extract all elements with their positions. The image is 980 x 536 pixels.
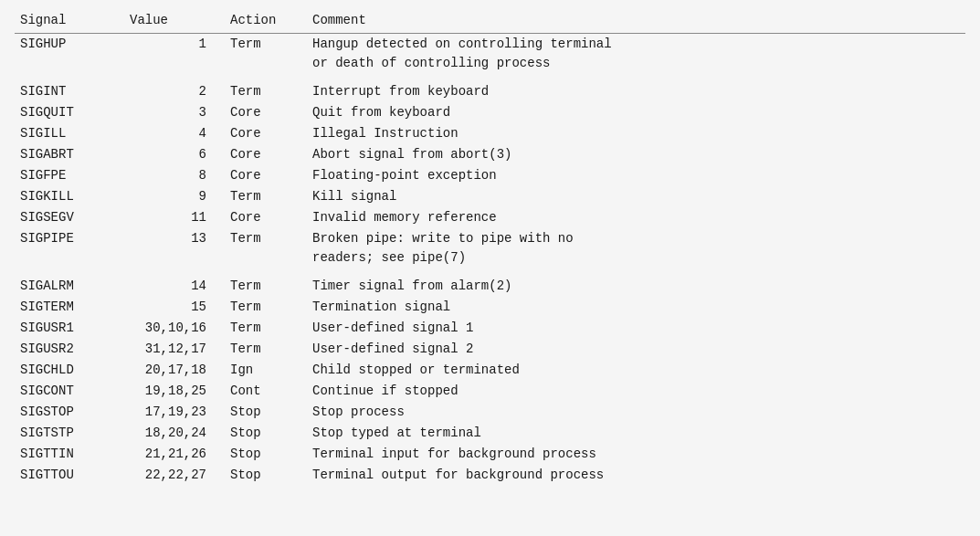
table-row: SIGSEGV 11 Core Invalid memory reference	[15, 207, 965, 228]
comment-cell: Interrupt from keyboard	[307, 81, 965, 102]
signal-cell: SIGSEGV	[15, 207, 124, 228]
signal-cell: SIGSTOP	[15, 402, 124, 423]
action-cell: Core	[225, 207, 307, 228]
table-row: SIGTSTP 18,20,24 Stop Stop typed at term…	[15, 423, 965, 444]
value-cell: 15	[124, 297, 225, 318]
comment-cell: Terminal input for background process	[307, 444, 965, 465]
action-cell: Term	[225, 34, 307, 75]
table-row: SIGHUP 1 Term Hangup detected on control…	[15, 34, 965, 75]
header-signal: Signal	[15, 9, 124, 34]
action-cell: Core	[225, 102, 307, 123]
comment-cell: Termination signal	[307, 297, 965, 318]
value-cell: 13	[124, 228, 225, 268]
signal-cell: SIGCHLD	[15, 360, 124, 381]
table-row: SIGPIPE 13 Term Broken pipe: write to pi…	[15, 228, 965, 268]
signal-cell: SIGILL	[15, 123, 124, 144]
table-row: SIGTTOU 22,22,27 Stop Terminal output fo…	[15, 465, 965, 486]
comment-cell: Stop process	[307, 402, 965, 423]
signal-cell: SIGHUP	[15, 34, 124, 75]
action-cell: Core	[225, 165, 307, 186]
table-header-row: Signal Value Action Comment	[15, 9, 965, 34]
signal-cell: SIGUSR1	[15, 318, 124, 339]
table-row: SIGCHLD 20,17,18 Ign Child stopped or te…	[15, 360, 965, 381]
action-cell: Core	[225, 144, 307, 165]
table-row: SIGALRM 14 Term Timer signal from alarm(…	[15, 276, 965, 297]
value-cell: 22,22,27	[124, 465, 225, 486]
action-cell: Term	[225, 297, 307, 318]
table-row: SIGCONT 19,18,25 Cont Continue if stoppe…	[15, 381, 965, 402]
value-cell: 21,21,26	[124, 444, 225, 465]
header-action: Action	[225, 9, 307, 34]
action-cell: Stop	[225, 423, 307, 444]
comment-cell: Terminal output for background process	[307, 465, 965, 486]
value-cell: 2	[124, 81, 225, 102]
table-row: SIGTERM 15 Term Termination signal	[15, 297, 965, 318]
comment-cell: Abort signal from abort(3)	[307, 144, 965, 165]
signals-table: Signal Value Action Comment SIGHUP 1 Ter…	[15, 9, 965, 486]
signal-cell: SIGINT	[15, 81, 124, 102]
value-cell: 17,19,23	[124, 402, 225, 423]
value-cell: 4	[124, 123, 225, 144]
signal-cell: SIGQUIT	[15, 102, 124, 123]
table-row: SIGQUIT 3 Core Quit from keyboard	[15, 102, 965, 123]
table-row: SIGFPE 8 Core Floating-point exception	[15, 165, 965, 186]
value-cell: 3	[124, 102, 225, 123]
table-row: SIGUSR1 30,10,16 Term User-defined signa…	[15, 318, 965, 339]
signal-cell: SIGPIPE	[15, 228, 124, 268]
value-cell: 9	[124, 186, 225, 207]
signal-cell: SIGTTOU	[15, 465, 124, 486]
header-comment: Comment	[307, 9, 965, 34]
table-row: SIGABRT 6 Core Abort signal from abort(3…	[15, 144, 965, 165]
signal-cell: SIGTTIN	[15, 444, 124, 465]
table-row: SIGTTIN 21,21,26 Stop Terminal input for…	[15, 444, 965, 465]
action-cell: Term	[225, 228, 307, 268]
action-cell: Term	[225, 276, 307, 297]
action-cell: Term	[225, 339, 307, 360]
table-row: SIGILL 4 Core Illegal Instruction	[15, 123, 965, 144]
comment-cell: Hangup detected on controlling terminalo…	[307, 34, 965, 75]
comment-cell: Stop typed at terminal	[307, 423, 965, 444]
signal-cell: SIGKILL	[15, 186, 124, 207]
signal-cell: SIGTERM	[15, 297, 124, 318]
signal-cell: SIGCONT	[15, 381, 124, 402]
table-row: SIGUSR2 31,12,17 Term User-defined signa…	[15, 339, 965, 360]
value-cell: 11	[124, 207, 225, 228]
spacer-row	[15, 74, 965, 81]
comment-cell: User-defined signal 1	[307, 318, 965, 339]
value-cell: 8	[124, 165, 225, 186]
table-row: SIGSTOP 17,19,23 Stop Stop process	[15, 402, 965, 423]
signal-cell: SIGABRT	[15, 144, 124, 165]
table-row: SIGINT 2 Term Interrupt from keyboard	[15, 81, 965, 102]
comment-cell: User-defined signal 2	[307, 339, 965, 360]
value-cell: 31,12,17	[124, 339, 225, 360]
comment-cell: Illegal Instruction	[307, 123, 965, 144]
comment-cell: Broken pipe: write to pipe with noreader…	[307, 228, 965, 268]
comment-cell: Kill signal	[307, 186, 965, 207]
spacer-row	[15, 268, 965, 276]
action-cell: Term	[225, 81, 307, 102]
value-cell: 18,20,24	[124, 423, 225, 444]
value-cell: 1	[124, 34, 225, 75]
comment-cell: Timer signal from alarm(2)	[307, 276, 965, 297]
signal-cell: SIGTSTP	[15, 423, 124, 444]
value-cell: 14	[124, 276, 225, 297]
action-cell: Ign	[225, 360, 307, 381]
action-cell: Term	[225, 318, 307, 339]
signal-cell: SIGFPE	[15, 165, 124, 186]
action-cell: Core	[225, 123, 307, 144]
comment-cell: Invalid memory reference	[307, 207, 965, 228]
signal-cell: SIGALRM	[15, 276, 124, 297]
value-cell: 20,17,18	[124, 360, 225, 381]
value-cell: 30,10,16	[124, 318, 225, 339]
action-cell: Term	[225, 186, 307, 207]
comment-cell: Child stopped or terminated	[307, 360, 965, 381]
table-row: SIGKILL 9 Term Kill signal	[15, 186, 965, 207]
action-cell: Cont	[225, 381, 307, 402]
comment-cell: Floating-point exception	[307, 165, 965, 186]
comment-cell: Continue if stopped	[307, 381, 965, 402]
signal-cell: SIGUSR2	[15, 339, 124, 360]
header-value: Value	[124, 9, 225, 34]
action-cell: Stop	[225, 444, 307, 465]
comment-cell: Quit from keyboard	[307, 102, 965, 123]
value-cell: 6	[124, 144, 225, 165]
